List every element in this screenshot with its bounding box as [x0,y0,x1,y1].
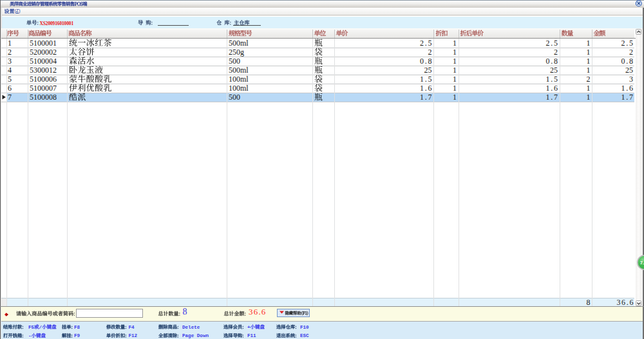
svg-text:7.: 7. [640,261,644,265]
